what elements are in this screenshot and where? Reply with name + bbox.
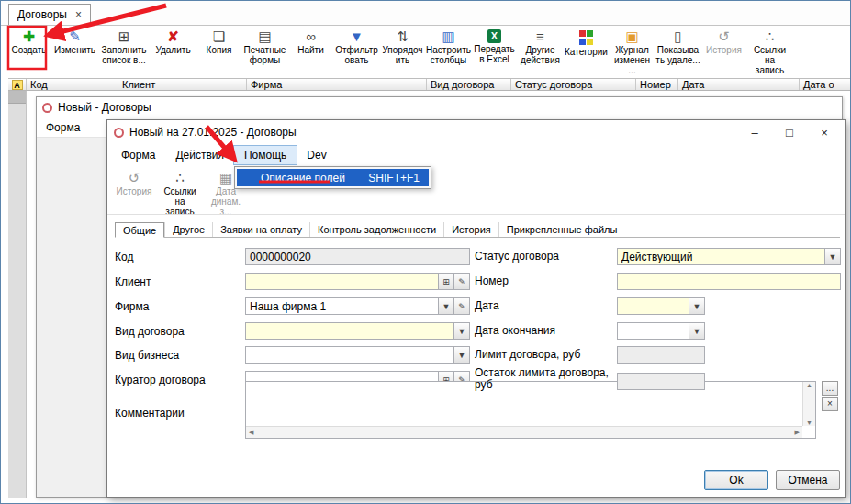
- label-kod: Код: [115, 251, 133, 263]
- label-status-dogovora: Статус договора: [475, 251, 612, 263]
- vid-dogovora-dropdown-button[interactable]: ▼: [453, 323, 469, 339]
- field-status-dogovora[interactable]: Действующий ▼: [617, 248, 841, 265]
- toolbar-categories-button[interactable]: Категории: [564, 27, 609, 73]
- label-vid-biznesa: Вид бизнеса: [115, 349, 179, 362]
- scroll-up-icon[interactable]: ▲: [806, 382, 812, 388]
- klient-lookup-button[interactable]: ⊞: [438, 274, 453, 289]
- field-klient[interactable]: ⊞ ✎: [245, 273, 470, 290]
- field-kod[interactable]: 0000000020: [245, 248, 470, 265]
- column-header-nomer[interactable]: Номер: [636, 79, 678, 90]
- firma-dropdown-button[interactable]: ▼: [438, 298, 453, 314]
- minimize-button[interactable]: –: [740, 126, 769, 140]
- field-data-okonchaniya[interactable]: ▼: [617, 322, 705, 340]
- klient-edit-button[interactable]: ✎: [453, 274, 469, 289]
- background-window-title: Новый - Договоры: [58, 101, 151, 114]
- menu-dev[interactable]: Dev: [297, 146, 336, 164]
- close-button[interactable]: ×: [810, 126, 839, 140]
- toolbar-history-button[interactable]: ↺ История: [701, 27, 746, 73]
- toolbar-filter-button[interactable]: ▼ Отфильтровать: [334, 27, 379, 73]
- background-window-titlebar[interactable]: Новый - Договоры: [37, 97, 842, 118]
- column-header-data-okonchaniya[interactable]: Дата о: [800, 79, 850, 90]
- toolbar-change-log-button[interactable]: ▣ Журнализменен ...: [610, 27, 655, 73]
- menu-forma[interactable]: Форма: [111, 146, 165, 164]
- field-data[interactable]: ▼: [617, 297, 705, 315]
- tab-bar: Договоры ×: [1, 1, 850, 25]
- firma-edit-button[interactable]: ✎: [453, 298, 469, 314]
- toolbar-columns-button[interactable]: ▥ Настроитьстолбцы: [426, 27, 471, 73]
- column-header-kod[interactable]: Код: [27, 79, 118, 90]
- label-vid-dogovora: Вид договора: [115, 325, 185, 338]
- scroll-down-icon[interactable]: ▼: [806, 420, 812, 426]
- vid-biznesa-dropdown-button[interactable]: ▼: [453, 347, 469, 363]
- columns-icon: ▥: [442, 28, 454, 44]
- printer-icon: ▤: [258, 28, 271, 44]
- scroll-right-icon[interactable]: ▶: [795, 429, 800, 436]
- field-vid-dogovora[interactable]: ▼: [245, 322, 470, 340]
- comments-vertical-scrollbar[interactable]: ▲ ▼: [802, 382, 815, 426]
- toolbar-delete-button[interactable]: ✘ Удалить: [151, 27, 196, 73]
- tab-files[interactable]: Прикрепленные файлы: [498, 222, 625, 237]
- cancel-button[interactable]: Отмена: [776, 470, 840, 490]
- toolbar-excel-button[interactable]: X Передатьв Excel: [472, 27, 517, 73]
- selected-row-indicator[interactable]: [8, 91, 26, 104]
- column-header-status[interactable]: Статус договора: [511, 79, 636, 90]
- links-icon: ∴: [175, 170, 185, 185]
- ok-button[interactable]: Ok: [704, 470, 768, 490]
- dialog-history-button[interactable]: ↺ История: [113, 168, 155, 217]
- menu-item-field-description[interactable]: Описание полей SHIFT+F1: [237, 169, 429, 186]
- toolbar-edit-button[interactable]: ✎ Изменить: [52, 27, 97, 73]
- maximize-button[interactable]: □: [775, 126, 804, 140]
- menu-actions[interactable]: Действия: [165, 146, 234, 164]
- table-corner-cell[interactable]: A: [8, 79, 27, 90]
- chevron-down-icon: ▼: [693, 327, 701, 336]
- label-kurator: Куратор договора: [115, 374, 206, 386]
- tab-obshchie[interactable]: Общие: [115, 222, 164, 238]
- tab-label: Договоры: [17, 8, 67, 21]
- history-icon: ↺: [718, 28, 730, 44]
- field-firma[interactable]: Наша фирма 1 ▼ ✎: [245, 297, 470, 315]
- column-header-data[interactable]: Дата: [678, 79, 800, 90]
- tab-close-icon[interactable]: ×: [75, 8, 82, 21]
- data-dropdown-button[interactable]: ▼: [689, 298, 704, 314]
- column-header-vid-dogovora[interactable]: Вид договора: [427, 79, 511, 90]
- tab-drugoe[interactable]: Другое: [164, 222, 212, 237]
- comments-clear-button[interactable]: ×: [822, 397, 838, 411]
- field-ostatok-limita[interactable]: [617, 373, 705, 390]
- field-nomer[interactable]: [617, 273, 841, 290]
- field-limit[interactable]: [617, 346, 705, 364]
- scroll-left-icon[interactable]: ◀: [249, 429, 253, 436]
- tab-kontrol[interactable]: Контроль задолженности: [309, 222, 443, 237]
- excel-icon: X: [487, 29, 501, 43]
- toolbar-show-deleted-button[interactable]: ▯ Показывать удале...: [655, 27, 700, 73]
- toolbar-fill-list-button[interactable]: ⊞ Заполнитьсписок в...: [98, 27, 150, 73]
- tab-istoriya[interactable]: История: [443, 222, 498, 237]
- toolbar-sort-button[interactable]: ⇅ Упорядочить: [380, 27, 425, 73]
- tab-zayavki[interactable]: Заявки на оплату: [212, 222, 309, 237]
- row-selector-column: [8, 91, 27, 498]
- dynamic-date-icon: ▦: [219, 170, 232, 185]
- label-ostatok-limita: Остаток лимита договора, руб: [475, 367, 612, 391]
- toolbar-record-links-button[interactable]: ∴ Ссылки назапись: [747, 27, 792, 73]
- field-vid-biznesa[interactable]: ▼: [245, 346, 470, 364]
- help-menu-dropdown: Описание полей SHIFT+F1: [234, 166, 431, 189]
- label-data: Дата: [475, 300, 612, 312]
- dialog-menubar: Форма Действия Помощь Dev: [107, 144, 845, 166]
- data-okonchaniya-dropdown-button[interactable]: ▼: [689, 323, 704, 339]
- tab-dogovory[interactable]: Договоры ×: [8, 4, 91, 25]
- comments-horizontal-scrollbar[interactable]: ◀ ▶: [246, 426, 802, 438]
- toolbar-other-actions-button[interactable]: ≡ Другиедействия: [518, 27, 563, 73]
- toolbar-copy-button[interactable]: ❏ Копия: [196, 27, 241, 73]
- menu-forma-bg[interactable]: Форма: [46, 121, 80, 134]
- dialog-titlebar[interactable]: Новый на 27.01.2025 - Договоры – □ ×: [107, 120, 845, 144]
- comments-expand-button[interactable]: ...: [822, 381, 838, 396]
- column-header-klient[interactable]: Клиент: [118, 79, 247, 90]
- column-header-firma[interactable]: Фирма: [247, 79, 427, 90]
- actions-icon: ≡: [536, 28, 544, 44]
- toolbar-create-button[interactable]: ✚ Создать: [6, 27, 51, 73]
- toolbar-find-button[interactable]: ∞ Найти: [288, 27, 333, 73]
- dialog-record-links-button[interactable]: ∴ Ссылки назапись: [159, 168, 201, 217]
- menu-help[interactable]: Помощь: [234, 146, 297, 164]
- status-dropdown-button[interactable]: ▼: [824, 249, 840, 264]
- toolbar-print-forms-button[interactable]: ▤ Печатныеформы: [242, 27, 287, 73]
- clear-icon: ×: [827, 398, 833, 409]
